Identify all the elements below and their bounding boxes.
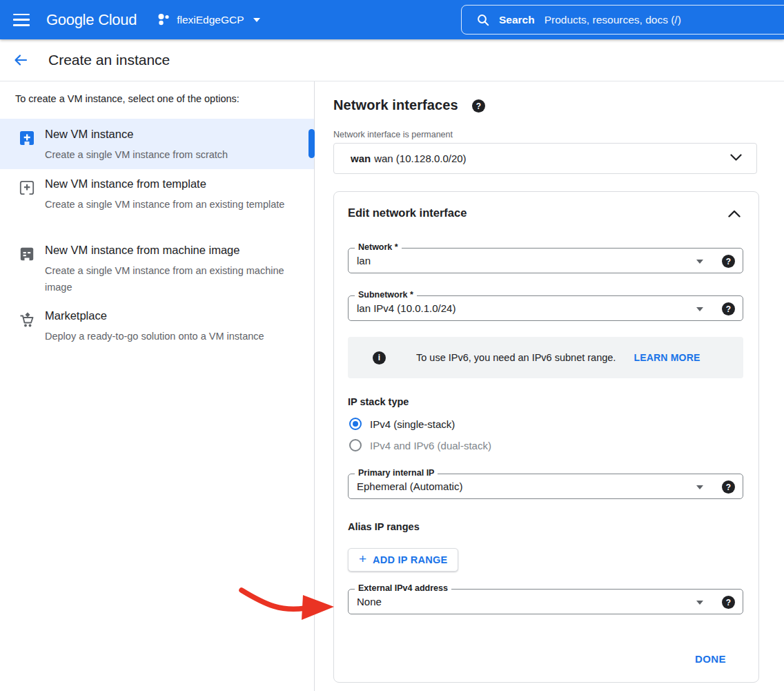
subnetwork-field-value: lan IPv4 (10.0.1.0/24)	[357, 302, 455, 314]
chevron-down-icon	[253, 18, 260, 22]
banner-text: To use IPv6, you need an IPv6 subnet ran…	[416, 352, 616, 363]
back-button[interactable]	[11, 50, 30, 70]
sidebar-item-title: New VM instance from machine image	[45, 244, 239, 257]
help-icon[interactable]: ?	[722, 596, 735, 609]
sidebar-item-description: Create a single VM instance from an exis…	[45, 262, 286, 295]
dropdown-arrow-icon	[696, 307, 703, 311]
logo-cloud-text: Cloud	[98, 11, 137, 28]
page-title: Create an instance	[48, 52, 170, 68]
search-placeholder: Products, resources, docs (/)	[545, 14, 681, 26]
radio-unselected-icon	[349, 439, 362, 451]
alias-ip-ranges-label: Alias IP ranges	[348, 521, 420, 532]
add-ip-range-label: ADD IP RANGE	[373, 554, 447, 565]
menu-icon[interactable]	[13, 14, 30, 26]
vm-instance-icon	[19, 130, 35, 149]
project-icon	[157, 13, 170, 26]
sidebar-item-new-vm-from-template[interactable]: New VM instance from template Create a s…	[0, 173, 314, 239]
interface-name: wan	[351, 153, 371, 164]
card-title: Edit network interface	[348, 206, 467, 220]
ipv6-info-banner: i To use IPv6, you need an IPv6 subnet r…	[348, 337, 743, 378]
external-ip-field-label: External IPv4 address	[355, 583, 451, 593]
sidebar-item-title: Marketplace	[45, 309, 107, 322]
radio-ipv4-ipv6-dual-stack[interactable]: IPv4 and IPv6 (dual-stack)	[349, 439, 491, 451]
dropdown-arrow-icon	[696, 485, 703, 489]
radio-label: IPv4 (single-stack)	[370, 418, 455, 430]
project-name: flexiEdgeGCP	[177, 14, 244, 26]
google-cloud-logo[interactable]: GoogleCloud	[46, 11, 137, 29]
dropdown-arrow-icon	[696, 260, 703, 264]
sidebar-intro-text: To create a VM instance, select one of t…	[15, 93, 239, 104]
external-ipv4-select[interactable]: External IPv4 address None ?	[348, 589, 743, 614]
vm-template-icon	[19, 180, 35, 199]
network-field-label: Network *	[355, 242, 402, 252]
sidebar-item-description: Create a single VM instance from an exis…	[45, 196, 286, 213]
subnetwork-select[interactable]: Subnetwork * lan IPv4 (10.0.1.0/24) ?	[348, 295, 743, 321]
sidebar-item-title: New VM instance from template	[45, 177, 206, 191]
sidebar-item-description: Deploy a ready-to-go solution onto a VM …	[45, 328, 286, 344]
logo-google-text: Google	[46, 11, 94, 28]
help-icon[interactable]: ?	[722, 255, 735, 268]
chevron-down-icon	[730, 154, 742, 161]
primary-ip-field-label: Primary internal IP	[355, 468, 438, 478]
done-button[interactable]: DONE	[695, 653, 726, 665]
interface-permanent-label: Network interface is permanent	[333, 130, 453, 139]
help-icon[interactable]: ?	[472, 99, 485, 113]
primary-internal-ip-select[interactable]: Primary internal IP Ephemeral (Automatic…	[348, 474, 743, 499]
sidebar-divider	[314, 81, 315, 691]
sidebar-item-marketplace[interactable]: Marketplace Deploy a ready-to-go solutio…	[0, 305, 314, 355]
search-label: Search	[499, 14, 535, 26]
help-icon[interactable]: ?	[722, 480, 735, 494]
radio-ipv4-single-stack[interactable]: IPv4 (single-stack)	[349, 418, 455, 430]
sidebar-item-new-vm-from-machine-image[interactable]: New VM instance from machine image Creat…	[0, 239, 314, 305]
plus-icon: +	[359, 552, 366, 567]
arrow-left-icon	[12, 52, 29, 68]
network-field-value: lan	[357, 255, 371, 266]
page-header: Create an instance	[0, 39, 784, 81]
creation-options-sidebar: To create a VM instance, select one of t…	[0, 81, 314, 691]
primary-ip-field-value: Ephemeral (Automatic)	[357, 480, 462, 492]
marketplace-cart-icon	[19, 312, 36, 332]
help-icon[interactable]: ?	[722, 302, 735, 315]
project-switcher[interactable]: flexiEdgeGCP	[157, 13, 259, 26]
subnetwork-field-label: Subnetwork *	[355, 290, 417, 300]
sidebar-item-new-vm-instance[interactable]: New VM instance Create a single VM insta…	[0, 119, 314, 169]
edit-network-interface-card: Edit network interface Network * lan ? S…	[333, 191, 759, 683]
sidebar-item-description: Create a single VM instance from scratch	[45, 146, 286, 163]
learn-more-link[interactable]: LEARN MORE	[634, 352, 700, 363]
radio-label: IPv4 and IPv6 (dual-stack)	[370, 440, 491, 451]
external-ip-field-value: None	[357, 596, 382, 607]
sidebar-item-title: New VM instance	[45, 128, 133, 141]
section-heading: Network interfaces	[333, 97, 458, 113]
search-input[interactable]: Search Products, resources, docs (/)	[461, 5, 784, 35]
gcp-console: GoogleCloud flexiEdgeGCP Search Products…	[0, 0, 784, 691]
app-header: GoogleCloud flexiEdgeGCP Search Products…	[0, 0, 784, 39]
radio-selected-icon	[349, 418, 362, 430]
network-interface-select[interactable]: wan wan (10.128.0.0/20)	[333, 143, 757, 174]
dropdown-arrow-icon	[696, 601, 703, 605]
collapse-button[interactable]	[728, 208, 741, 220]
add-ip-range-button[interactable]: + ADD IP RANGE	[348, 548, 458, 572]
info-icon: i	[373, 351, 386, 364]
sidebar-scrollbar-thumb[interactable]	[308, 129, 315, 158]
ip-stack-type-label: IP stack type	[348, 396, 409, 407]
machine-image-icon	[19, 246, 35, 265]
network-interfaces-panel: Network interfaces ? Network interface i…	[333, 81, 784, 691]
search-icon	[477, 14, 489, 26]
interface-detail: wan (10.128.0.0/20)	[374, 153, 466, 164]
network-select[interactable]: Network * lan ?	[348, 248, 743, 273]
chevron-up-icon	[728, 210, 741, 217]
